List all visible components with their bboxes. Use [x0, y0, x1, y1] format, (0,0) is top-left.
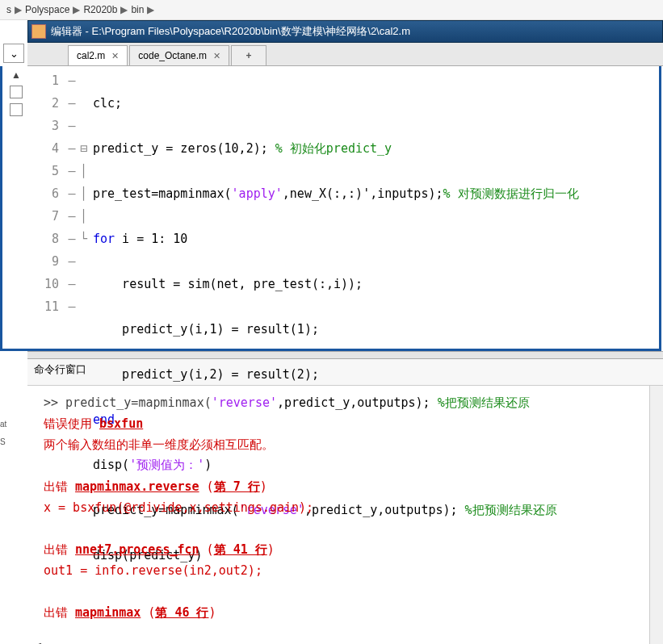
line-number: 4 — [30, 137, 59, 160]
err-link[interactable]: 第 46 行 — [155, 605, 208, 620]
watermark: @51CTO博客 — [606, 641, 657, 644]
err-link[interactable]: nnet7.process_fcn — [75, 542, 199, 557]
code-string: 'apply' — [232, 186, 283, 201]
fx-icon[interactable]: fx — [36, 639, 46, 644]
bc-item[interactable]: R2020b — [82, 4, 119, 15]
close-icon[interactable]: ✕ — [111, 51, 119, 61]
err-text: 出错 — [44, 605, 75, 620]
err-link[interactable]: mapminmax — [75, 605, 141, 620]
tab-bar: cal2.m✕ code_Octane.m✕ + — [27, 43, 663, 66]
code-area[interactable]: clc; predict_y = zeros(10,2); % 初始化predi… — [93, 69, 659, 349]
line-number: 6 — [30, 182, 59, 205]
bc-sep: ▶ — [119, 4, 129, 15]
err-link[interactable]: bsxfun — [99, 416, 143, 431]
err-text: ( — [199, 479, 214, 494]
line-gutter: 1 2 3 4 5 6 7 8 9 10 11 — [30, 69, 64, 349]
editor-panel: ▲ 1 2 3 4 5 6 7 8 9 10 11 ———— ———— ——— … — [0, 66, 661, 351]
err-text: 错误使用 — [44, 416, 99, 431]
line-number: 8 — [30, 228, 59, 250]
line-number: 3 — [30, 115, 59, 137]
err-link[interactable]: mapminmax.reverse — [75, 479, 199, 494]
line-number: 5 — [30, 160, 59, 182]
code-text: predict_y(i,1) = result(1); — [93, 322, 319, 337]
section-gutter: ———— ———— ——— — [64, 69, 80, 349]
chevron-down-icon: ⌄ — [10, 48, 19, 60]
err-text: ) — [209, 605, 216, 620]
up-arrow-icon[interactable]: ▲ — [11, 69, 21, 81]
line-number: 1 — [30, 69, 59, 92]
fold-gutter[interactable]: ⊟ │││└ — [80, 69, 93, 349]
plus-icon: + — [246, 50, 252, 61]
code-comment: % 对预测数据进行归一化 — [443, 186, 579, 201]
code-editor[interactable]: 1 2 3 4 5 6 7 8 9 10 11 ———— ———— ——— ⊟ … — [30, 66, 659, 349]
err-link[interactable]: 第 41 行 — [214, 542, 267, 557]
editor-title: 编辑器 - E:\Program Files\Polyspace\R2020b\… — [51, 24, 410, 39]
close-icon[interactable]: ✕ — [213, 51, 220, 61]
marker[interactable] — [10, 103, 23, 116]
code-comment: % 初始化predict_y — [275, 141, 392, 156]
tab-label: cal2.m — [77, 50, 105, 61]
err-text: ) — [267, 542, 275, 557]
bc-sep: ▶ — [71, 4, 82, 15]
code-text: predict_y = zeros(10,2); — [93, 141, 275, 156]
cw-prompt: >> predict_y=mapminmax( — [44, 395, 212, 410]
bc-sep: ▶ — [13, 4, 23, 15]
tab-code-octane[interactable]: code_Octane.m✕ — [129, 45, 229, 65]
code-text: i = 1: 10 — [115, 232, 187, 246]
err-text: 出错 — [44, 542, 75, 557]
bc-sep: ▶ — [145, 4, 156, 15]
marker[interactable] — [10, 86, 23, 98]
new-tab-button[interactable]: + — [231, 45, 266, 65]
bc-item[interactable]: bin — [129, 4, 145, 15]
line-number: 9 — [30, 250, 59, 273]
code-keyword: for — [93, 232, 115, 246]
command-window[interactable]: >> predict_y=mapminmax('reverse',predict… — [27, 386, 663, 644]
side-text: atS — [0, 420, 24, 446]
editor-titlebar: 编辑器 - E:\Program Files\Polyspace\R2020b\… — [27, 20, 663, 43]
editor-icon — [31, 24, 46, 39]
tab-label: code_Octane.m — [138, 50, 207, 61]
code-text: ,new_X(:,:)',inputps); — [283, 186, 443, 201]
breadcrumb[interactable]: s▶ Polyspace▶ R2020b▶ bin▶ — [0, 0, 663, 20]
code-text: clc; — [93, 96, 122, 111]
bc-item[interactable]: s — [5, 4, 13, 15]
err-text: ) — [260, 479, 267, 494]
dropdown-button[interactable]: ⌄ — [3, 44, 24, 63]
err-text: out1 = info.reverse(in2,out2); — [44, 560, 657, 581]
editor-margin: ▲ — [2, 66, 30, 349]
code-text: pre_test=mapminmax( — [93, 186, 232, 201]
bc-item[interactable]: Polyspace — [23, 4, 71, 15]
err-text: 出错 — [44, 479, 75, 494]
err-text: ( — [141, 605, 155, 620]
err-text: 两个输入数组的非单一维度必须相互匹配。 — [44, 434, 657, 455]
code-comment: %把预测结果还原 — [438, 395, 530, 410]
line-number: 11 — [30, 295, 59, 318]
err-link[interactable]: 第 7 行 — [214, 479, 260, 494]
line-number: 7 — [30, 205, 59, 228]
code-string: 'reverse' — [212, 395, 277, 410]
code-text: predict_y(i,2) = result(2); — [93, 367, 319, 382]
code-text: ,predict_y,outputps); — [277, 395, 438, 410]
tab-cal2[interactable]: cal2.m✕ — [68, 45, 128, 65]
scrollbar[interactable] — [649, 386, 663, 644]
err-text: ( — [199, 542, 214, 557]
code-text: result = sim(net, pre_test(:,i)); — [93, 277, 363, 291]
err-text: x = bsxfun(@rdivide,x,settings.gain); — [44, 497, 657, 518]
line-number: 2 — [30, 92, 59, 115]
line-number: 10 — [30, 273, 59, 295]
